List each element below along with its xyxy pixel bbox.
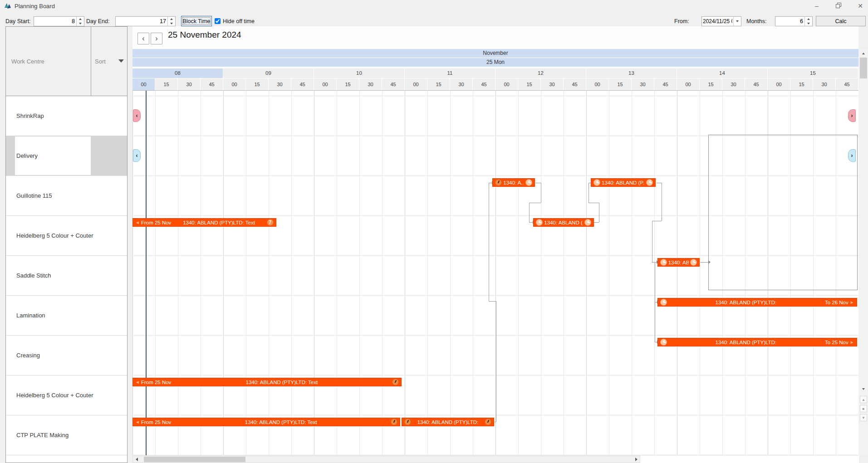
grid-line-v [132, 91, 133, 455]
minimize-button[interactable]: – [806, 0, 827, 12]
grid-line-v [405, 91, 405, 455]
grid-line-v [450, 91, 451, 455]
grid-line-h [132, 415, 858, 415]
from-date-dropdown-icon[interactable] [733, 17, 741, 26]
clock-badge-icon [660, 259, 667, 266]
gantt-grid[interactable]: 1340: A...1340: ABLAND (P...◄From 25 Nov… [132, 91, 858, 455]
task-bar[interactable]: 1340: ABLAND (P... [591, 178, 656, 187]
vertical-scrollbar[interactable]: ▲ ■ ▼ [859, 49, 868, 456]
work-centre-row[interactable]: Heidelberg 5 Colour + Couter [6, 216, 127, 256]
scrollbar-filler [640, 456, 859, 463]
scroll-to-task-button[interactable]: › [848, 149, 856, 162]
day-end-down-icon[interactable] [168, 21, 175, 26]
hour-cell: 15 [768, 68, 858, 78]
connector-arrow-icon [708, 260, 711, 264]
grid-line-v [359, 91, 360, 455]
calc-button[interactable]: Calc [816, 16, 866, 26]
horizontal-scrollbar-thumb[interactable] [144, 457, 245, 462]
minute-cell: 00 [405, 78, 427, 90]
horizontal-scrollbar[interactable] [132, 456, 640, 463]
hide-off-time-label: Hide off time [223, 16, 255, 26]
hour-cell: 10 [314, 68, 405, 78]
minute-cell: 30 [269, 78, 291, 90]
dependency-connector [594, 222, 599, 223]
day-start-input[interactable] [34, 17, 76, 26]
close-button[interactable]: ✕ [850, 0, 868, 12]
work-centre-row[interactable]: Guillotine 115 [6, 176, 127, 216]
task-bar[interactable]: 1340: ABLAND (PTY)LTD:To 25 Nov► [657, 338, 857, 346]
task-bar[interactable]: 1340: AB... [657, 258, 700, 267]
scroll-left-icon[interactable] [133, 456, 140, 463]
day-end-input[interactable] [116, 17, 167, 26]
next-appointment-icon[interactable]: ▼ [860, 414, 867, 421]
task-bar[interactable]: 1340: ABLAND (PTY)LTD:To 26 Nov► [657, 298, 857, 307]
minute-cell: 30 [359, 78, 382, 90]
appointment-nav-icon[interactable]: ■ [860, 405, 867, 412]
minute-cell: 00 [495, 78, 518, 90]
task-bar[interactable]: 1340: ABLAND (... [533, 218, 593, 227]
block-time-button[interactable]: Block Time [181, 16, 212, 26]
work-centre-row[interactable]: Heidelberg 5 Colour + Couter [6, 375, 127, 415]
work-centre-row[interactable]: CTP PLATE Making [6, 415, 127, 455]
work-centre-row[interactable]: Lamination [6, 296, 127, 336]
dependency-connector [489, 183, 489, 301]
grid-line-v [223, 91, 224, 455]
minute-cell: 45 [836, 78, 858, 90]
task-bar[interactable]: 1340: A... [492, 178, 535, 187]
grid-line-v [518, 91, 519, 455]
work-centre-column-label: Work Centre [11, 27, 44, 96]
minute-cell: 45 [382, 78, 405, 90]
scroll-to-task-button[interactable]: ‹ [133, 109, 141, 122]
prev-appointment-icon[interactable]: ▲ [860, 396, 867, 403]
next-day-button[interactable]: › [151, 33, 162, 44]
scroll-to-task-button[interactable]: ‹ [133, 149, 141, 162]
day-end-up-icon[interactable] [168, 17, 175, 21]
task-bar[interactable]: 1340: ABLAND (PTY)LTD: [402, 418, 494, 426]
clock-badge-icon [660, 299, 667, 306]
prev-day-button[interactable]: ‹ [137, 33, 149, 44]
work-centre-header: Work Centre Sort [6, 27, 127, 96]
minute-cell: 45 [201, 78, 223, 90]
work-centre-row[interactable]: Saddle Stitch [6, 256, 127, 296]
hide-off-time-checkbox[interactable] [215, 18, 221, 24]
task-bar[interactable]: ◄From 25 Nov1340: ABLAND (PTY)LTD: Text [132, 418, 400, 426]
months-input[interactable] [775, 17, 804, 26]
work-centre-row-label: Creasing [16, 336, 40, 375]
from-date-input[interactable] [702, 17, 733, 26]
toolbar: Day Start: Day End: Block Time Hide off … [0, 12, 868, 26]
task-bar[interactable]: ◄From 25 Nov1340: ABLAND (PTY)LTD: Text [132, 378, 402, 386]
months-spinner [775, 16, 813, 26]
work-centre-row[interactable]: ShrinkRap [6, 96, 127, 136]
current-date-title: 25 November 2024 [168, 30, 241, 40]
scroll-down-icon[interactable] [859, 385, 868, 393]
sort-dropdown-icon[interactable] [118, 59, 124, 63]
grid-line-v [427, 91, 428, 455]
task-bar[interactable]: ◄From 25 Nov1340: ABLAND (PTY)LTD: Text7 [132, 218, 276, 227]
dependency-connector [529, 203, 541, 203]
hour-cell: 12 [495, 68, 586, 78]
from-label: From: [674, 16, 689, 26]
dependency-connector [657, 183, 662, 183]
months-up-icon[interactable] [805, 17, 812, 21]
minute-cell: 00 [677, 78, 700, 90]
restore-button[interactable] [828, 0, 849, 12]
task-from-text: From 25 Nov [141, 380, 171, 385]
work-centre-row[interactable]: Delivery [6, 136, 127, 176]
grid-line-h [132, 375, 858, 375]
scroll-right-icon[interactable] [633, 456, 640, 463]
months-down-icon[interactable] [805, 21, 812, 26]
day-start-down-icon[interactable] [77, 21, 84, 26]
minute-cell: 15 [518, 78, 541, 90]
scroll-to-task-button[interactable]: › [848, 109, 856, 122]
minute-cell: 00 [223, 78, 246, 90]
scroll-up-icon[interactable] [859, 49, 868, 58]
minute-cell: 15 [427, 78, 450, 90]
vertical-scrollbar-thumb[interactable] [860, 58, 867, 78]
work-centre-row[interactable]: Creasing [6, 336, 127, 375]
task-from-text: From 25 Nov [141, 419, 171, 425]
day-end-spinner [115, 16, 176, 26]
task-label: 1340: ABLAND (PTY)LTD: [668, 300, 824, 305]
day-start-up-icon[interactable] [77, 17, 84, 21]
minute-cell: 15 [155, 78, 178, 90]
minute-cell: 45 [564, 78, 586, 90]
